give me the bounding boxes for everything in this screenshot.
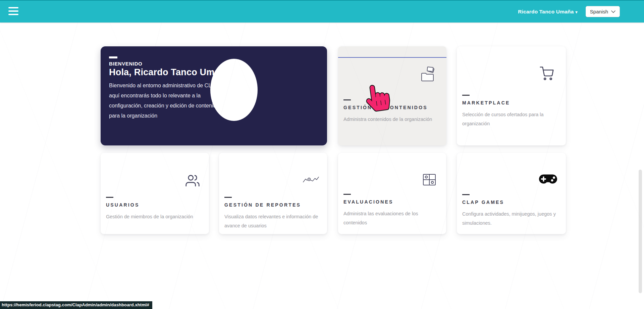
- top-bar: Ricardo Tanco Umaña▾ Spanish: [0, 0, 644, 23]
- scrollbar-thumb[interactable]: [639, 170, 642, 293]
- welcome-dash: [109, 56, 117, 58]
- card-title: GESTIÓN DE REPORTES: [224, 202, 322, 208]
- hamburger-icon[interactable]: [8, 7, 19, 16]
- card-gestion-de-reportes[interactable]: GESTIÓN DE REPORTES Visualiza datos rele…: [219, 153, 327, 234]
- welcome-greeting: Hola, Ricardo Tanco Umaña: [109, 67, 230, 78]
- card-description: Administra contenidos de la organización: [343, 115, 441, 124]
- card-evaluaciones[interactable]: EVALUACIONES Administra las evaluaciones…: [338, 153, 446, 234]
- card-dash: [106, 197, 113, 198]
- folder-content-icon: [420, 67, 436, 82]
- card-title: MARKETPLACE: [462, 100, 560, 105]
- card-dash: [343, 99, 351, 100]
- card-description: Administra las evaluaciones de los conte…: [343, 209, 441, 227]
- card-dash: [462, 194, 470, 195]
- status-bar-url: https://hemisferiod.clapstag.com/ClapAdm…: [0, 301, 152, 309]
- card-dash: [224, 197, 232, 198]
- avatar-placeholder-circle: [210, 59, 258, 121]
- card-gestion-de-contenidos[interactable]: GESTIÓN DE CONTENIDOS Administra conteni…: [338, 46, 446, 145]
- card-description: Selección de cursos ofertados para la or…: [462, 110, 560, 128]
- topbar-right-group: Ricardo Tanco Umaña▾ Spanish: [518, 1, 620, 23]
- card-title: EVALUACIONES: [343, 199, 441, 205]
- user-menu[interactable]: Ricardo Tanco Umaña▾: [518, 9, 578, 15]
- card-accent-line: [338, 57, 446, 58]
- welcome-card: BIENVENIDO Hola, Ricardo Tanco Umaña Bie…: [101, 46, 327, 145]
- card-dash: [462, 95, 470, 96]
- welcome-description: Bienvenido al entorno administrativo de …: [109, 81, 222, 121]
- language-value: Spanish: [590, 9, 608, 14]
- card-title: GESTIÓN DE CONTENIDOS: [343, 105, 441, 110]
- card-description: Configura actividades, minijuegos, juego…: [462, 210, 560, 228]
- card-clap-games[interactable]: CLAP GAMES Configura actividades, miniju…: [457, 153, 566, 234]
- card-dash: [343, 194, 351, 195]
- card-description: Visualiza datos relevantes e información…: [224, 212, 322, 230]
- shopping-cart-icon: [540, 67, 554, 81]
- card-description: Gestión de miembros de la organización: [106, 212, 204, 221]
- gamepad-icon: [539, 172, 557, 186]
- user-name: Ricardo Tanco Umaña: [518, 9, 574, 14]
- dashboard-page: Ricardo Tanco Umaña▾ Spanish BIENVENIDO …: [0, 0, 644, 309]
- users-icon: [185, 174, 200, 188]
- quiz-grid-icon: [423, 174, 436, 186]
- language-selector[interactable]: Spanish: [586, 6, 620, 17]
- card-title: CLAP GAMES: [462, 200, 560, 205]
- card-title: USUARIOS: [106, 202, 204, 208]
- card-usuarios[interactable]: USUARIOS Gestión de miembros de la organ…: [101, 153, 209, 234]
- chevron-down-icon: [611, 10, 615, 13]
- welcome-eyebrow: BIENVENIDO: [109, 61, 142, 67]
- trend-search-icon: [303, 176, 319, 184]
- card-marketplace[interactable]: MARKETPLACE Selección de cursos ofertado…: [457, 46, 566, 145]
- user-caret-icon: ▾: [576, 10, 578, 14]
